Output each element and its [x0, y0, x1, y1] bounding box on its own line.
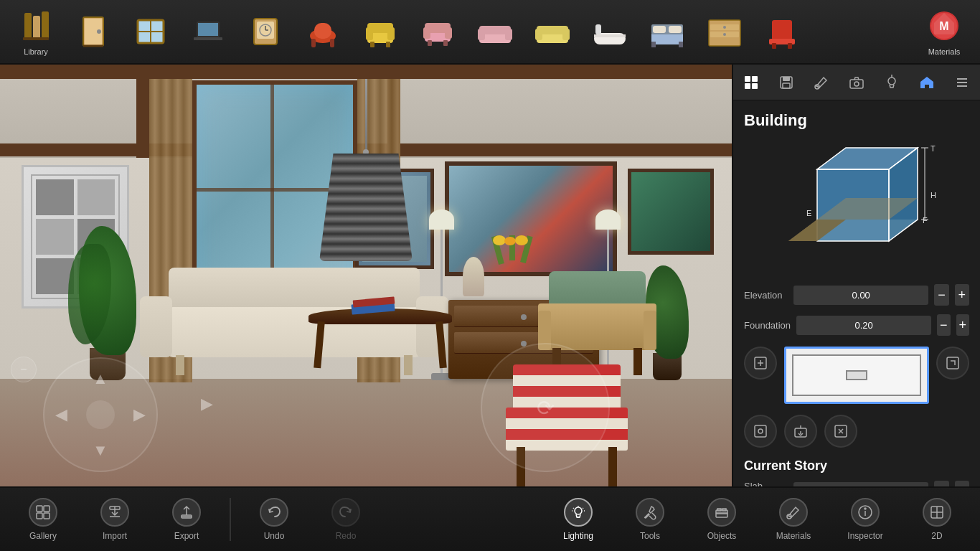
- svg-text:M: M: [939, 20, 948, 32]
- tool-grid-2: [744, 415, 969, 448]
- library-button[interactable]: Library: [7, 3, 65, 60]
- nav-joystick-right[interactable]: ⟳: [481, 343, 610, 472]
- tools-button[interactable]: Tools: [614, 491, 686, 548]
- svg-rect-66: [745, 83, 750, 89]
- export-button[interactable]: Export: [151, 491, 222, 548]
- svg-point-73: [854, 82, 859, 86]
- 2d-icon: [923, 498, 951, 527]
- add-floor-btn[interactable]: [744, 347, 777, 380]
- objects-icon: [707, 498, 736, 527]
- materials-button[interactable]: M Materials: [915, 3, 973, 60]
- svg-rect-41: [535, 29, 542, 40]
- svg-point-105: [575, 507, 582, 514]
- svg-rect-21: [311, 39, 316, 47]
- svg-rect-91: [755, 425, 766, 437]
- floor-rotate-btn[interactable]: [936, 347, 969, 380]
- elevation-minus-btn[interactable]: −: [934, 284, 948, 306]
- svg-rect-48: [653, 26, 666, 33]
- clock-item[interactable]: [237, 3, 294, 60]
- materials-bottom-button[interactable]: Materials: [758, 491, 829, 548]
- floor-plan-preview[interactable]: [784, 347, 929, 404]
- add-below-btn[interactable]: [784, 415, 817, 448]
- rt-light-btn[interactable]: [877, 68, 906, 97]
- svg-rect-38: [505, 29, 512, 40]
- coffee-table: [308, 301, 452, 373]
- objects-button[interactable]: Objects: [686, 491, 758, 548]
- settings-btn[interactable]: [824, 415, 857, 448]
- select-floor-btn[interactable]: [744, 415, 777, 448]
- nav-zoom-out[interactable]: −: [11, 357, 37, 382]
- gallery-button[interactable]: Gallery: [7, 491, 79, 548]
- svg-rect-70: [783, 83, 790, 88]
- svg-point-119: [864, 508, 866, 509]
- export-icon: [172, 498, 201, 527]
- sofa-pink-item[interactable]: [466, 3, 524, 60]
- elevation-label: Elevation: [744, 290, 788, 301]
- import-button[interactable]: Import: [79, 491, 151, 548]
- foundation-plus-btn[interactable]: +: [956, 314, 969, 336]
- ceiling-beam-v1: [136, 79, 149, 158]
- svg-rect-28: [386, 42, 390, 47]
- nav-right[interactable]: ▶: [133, 405, 146, 424]
- chair-pink-item[interactable]: [409, 3, 466, 60]
- 2d-button[interactable]: 2D: [901, 491, 973, 548]
- svg-line-108: [583, 508, 583, 509]
- undo-label: Undo: [264, 531, 285, 541]
- svg-rect-44: [595, 24, 601, 34]
- rt-paint-btn[interactable]: [807, 68, 836, 97]
- svg-rect-20: [314, 23, 331, 39]
- right-panel: Building T H E F: [732, 65, 980, 486]
- slab-thickness-label: Slab Thickness: [744, 481, 788, 486]
- 2d-label: 2D: [931, 531, 942, 541]
- undo-button[interactable]: Undo: [238, 491, 310, 548]
- plant-left: [65, 222, 151, 380]
- rotate-icon: ⟳: [537, 395, 555, 420]
- rt-camera-btn[interactable]: [842, 68, 871, 97]
- rt-list-btn[interactable]: [948, 68, 976, 97]
- import-icon: [100, 498, 129, 527]
- elevation-plus-btn[interactable]: +: [955, 284, 969, 306]
- painting-right: [628, 169, 714, 255]
- toolbar-divider-1: [230, 498, 231, 541]
- svg-rect-2: [42, 11, 49, 39]
- rt-select-btn[interactable]: [737, 68, 765, 97]
- armchair-yellow-item[interactable]: [352, 3, 409, 60]
- svg-rect-0: [24, 13, 32, 39]
- dresser-top-item[interactable]: [696, 3, 753, 60]
- gallery-label: Gallery: [29, 531, 57, 541]
- redo-button[interactable]: Redo: [310, 491, 382, 548]
- nav-arrow-mid[interactable]: ▶: [192, 390, 221, 418]
- svg-rect-50: [651, 42, 656, 47]
- chair-red2-item[interactable]: [753, 3, 811, 60]
- main-viewport[interactable]: ▲ ▼ ◀ ▶ ▶ ⟳ −: [0, 65, 732, 486]
- nav-left[interactable]: ◀: [55, 405, 67, 424]
- top-toolbar: Library: [0, 0, 980, 65]
- right-toolbar: [733, 65, 980, 100]
- elevation-input[interactable]: [793, 286, 928, 305]
- door-item[interactable]: [65, 3, 122, 60]
- bathtub-item[interactable]: [581, 3, 639, 60]
- window-item[interactable]: [122, 3, 179, 60]
- ceiling-beam-1: [0, 65, 732, 79]
- chair-red-item[interactable]: [294, 3, 352, 60]
- lighting-button[interactable]: Lighting: [542, 491, 614, 548]
- nav-joystick-left[interactable]: ▲ ▼ ◀ ▶: [43, 357, 158, 472]
- nav-up[interactable]: ▲: [93, 369, 108, 388]
- foundation-minus-btn[interactable]: −: [937, 314, 950, 336]
- svg-rect-25: [366, 27, 373, 40]
- inspector-button[interactable]: Inspector: [829, 491, 901, 548]
- materials-label: Materials: [928, 47, 961, 56]
- rt-home-btn[interactable]: [913, 68, 941, 97]
- svg-point-6: [97, 29, 101, 34]
- nav-down[interactable]: ▼: [93, 441, 108, 460]
- laptop-item[interactable]: [179, 3, 237, 60]
- export-label: Export: [174, 531, 199, 541]
- foundation-input[interactable]: [796, 316, 931, 335]
- svg-rect-33: [428, 40, 432, 46]
- slab-minus-btn[interactable]: −: [934, 481, 948, 486]
- sofa-yellow-item[interactable]: [524, 3, 581, 60]
- bed-item[interactable]: [639, 3, 696, 60]
- slab-plus-btn[interactable]: +: [955, 481, 969, 486]
- import-label: Import: [103, 531, 127, 541]
- rt-save-btn[interactable]: [772, 68, 801, 97]
